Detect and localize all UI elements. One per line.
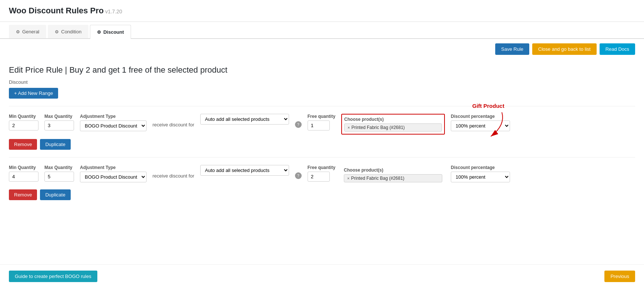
adjustment-type-label-2: Adjustment Type bbox=[80, 165, 147, 170]
tab-condition-label: Condition bbox=[61, 29, 81, 34]
toolbar: Save Rule Close and go back to list Read… bbox=[0, 39, 644, 59]
add-new-range-button[interactable]: + Add New Range bbox=[9, 88, 58, 99]
discount-pct-group-1: Discount percentage 100% percent bbox=[451, 114, 510, 131]
discount-pct-label-1: Discount percentage bbox=[451, 114, 510, 119]
choose-products-label-1: Choose product(s) bbox=[344, 117, 442, 122]
help-icon-2[interactable]: ? bbox=[295, 172, 302, 179]
duplicate-button-2[interactable]: Duplicate bbox=[40, 189, 70, 200]
range-1-row: Min Quantity Max Quantity Adjustment Typ… bbox=[9, 114, 635, 135]
discount-for-group-1: Auto add all selected products Auto add … bbox=[200, 114, 289, 125]
min-qty-label-1: Min Quantity bbox=[9, 114, 38, 119]
app-title: Woo Discount Rules Pro bbox=[9, 6, 104, 15]
tab-discount[interactable]: ⚙ Discount bbox=[90, 25, 131, 39]
free-qty-group-1: Free quantity bbox=[308, 114, 335, 130]
discount-for-select-1[interactable]: Auto add all selected products Auto add … bbox=[200, 114, 289, 125]
range-block-1: Gift Product Min Quantity Max Quantity bbox=[9, 106, 635, 150]
adjustment-type-select-1[interactable]: BOGO Product Discount bbox=[80, 120, 147, 131]
gift-product-label: Gift Product bbox=[472, 103, 517, 109]
max-qty-label-2: Max Quantity bbox=[44, 165, 74, 170]
free-qty-input-2[interactable] bbox=[308, 172, 330, 182]
discount-pct-select-2[interactable]: 100% percent bbox=[451, 172, 510, 182]
min-qty-group-1: Min Quantity bbox=[9, 114, 38, 130]
adjustment-type-label-1: Adjustment Type bbox=[80, 114, 147, 119]
product-remove-icon-1[interactable]: × bbox=[348, 125, 350, 130]
min-qty-group-2: Min Quantity bbox=[9, 165, 38, 182]
tab-general[interactable]: ⚙ General bbox=[9, 25, 46, 38]
receive-label-2: receive discount for bbox=[152, 173, 194, 179]
discount-for-select-2[interactable]: Auto add all selected products Auto add … bbox=[200, 165, 289, 176]
remove-button-1[interactable]: Remove bbox=[9, 139, 37, 150]
product-tag-1: × Printed Fabric Bag (#2681) bbox=[344, 123, 442, 132]
max-qty-input-2[interactable] bbox=[44, 172, 74, 182]
remove-button-2[interactable]: Remove bbox=[9, 189, 37, 200]
action-buttons-2: Remove Duplicate bbox=[9, 189, 635, 200]
product-remove-icon-2[interactable]: × bbox=[347, 176, 349, 181]
max-qty-input-1[interactable] bbox=[44, 120, 74, 130]
gear-icon-2: ⚙ bbox=[55, 29, 59, 34]
product-tag-2: × Printed Fabric Bag (#2681) bbox=[344, 174, 442, 182]
discount-for-group-2: Auto add all selected products Auto add … bbox=[200, 165, 289, 176]
main-content: Edit Price Rule | Buy 2 and get 1 free o… bbox=[0, 59, 644, 236]
adjustment-type-group-2: Adjustment Type BOGO Product Discount bbox=[80, 165, 147, 182]
free-qty-input-1[interactable] bbox=[308, 120, 330, 130]
tab-general-label: General bbox=[22, 29, 39, 34]
product-name-1: Printed Fabric Bag (#2681) bbox=[352, 125, 405, 130]
range-2-row: Min Quantity Max Quantity Adjustment Typ… bbox=[9, 165, 635, 185]
help-icon-1[interactable]: ? bbox=[295, 121, 302, 128]
max-qty-group-1: Max Quantity bbox=[44, 114, 74, 130]
free-qty-label-1: Free quantity bbox=[308, 114, 335, 119]
save-rule-button[interactable]: Save Rule bbox=[495, 43, 529, 55]
tabs-bar: ⚙ General ⚙ Condition ⚙ Discount bbox=[0, 25, 644, 39]
receive-label-1: receive discount for bbox=[152, 122, 194, 128]
min-qty-label-2: Min Quantity bbox=[9, 165, 38, 170]
max-qty-label-1: Max Quantity bbox=[44, 114, 74, 119]
duplicate-button-1[interactable]: Duplicate bbox=[40, 139, 70, 150]
min-qty-input-2[interactable] bbox=[9, 172, 38, 182]
tab-discount-label: Discount bbox=[103, 29, 124, 35]
section-label: Discount bbox=[9, 79, 635, 85]
product-name-2: Printed Fabric Bag (#2681) bbox=[351, 176, 405, 181]
free-qty-label-2: Free quantity bbox=[308, 165, 335, 170]
discount-pct-group-2: Discount percentage 100% percent bbox=[451, 165, 510, 182]
read-docs-button[interactable]: Read Docs bbox=[600, 43, 635, 55]
action-buttons-1: Remove Duplicate bbox=[9, 139, 635, 150]
choose-products-group-2: Choose product(s) × Printed Fabric Bag (… bbox=[341, 165, 445, 185]
choose-products-label-2: Choose product(s) bbox=[344, 168, 442, 173]
gear-icon-3: ⚙ bbox=[97, 30, 101, 35]
choose-products-group-1: Choose product(s) × Printed Fabric Bag (… bbox=[341, 114, 445, 135]
adjustment-type-group-1: Adjustment Type BOGO Product Discount bbox=[80, 114, 147, 131]
close-button[interactable]: Close and go back to list bbox=[532, 43, 597, 55]
tab-condition[interactable]: ⚙ Condition bbox=[48, 25, 88, 38]
max-qty-group-2: Max Quantity bbox=[44, 165, 74, 182]
range-block-2: Min Quantity Max Quantity Adjustment Typ… bbox=[9, 157, 635, 200]
adjustment-type-select-2[interactable]: BOGO Product Discount bbox=[80, 172, 147, 182]
min-qty-input-1[interactable] bbox=[9, 120, 38, 130]
app-version: v1.7.20 bbox=[105, 9, 122, 14]
discount-pct-label-2: Discount percentage bbox=[451, 165, 510, 170]
free-qty-group-2: Free quantity bbox=[308, 165, 335, 182]
discount-pct-select-1[interactable]: 100% percent bbox=[451, 120, 510, 131]
gear-icon: ⚙ bbox=[16, 29, 20, 34]
page-title: Edit Price Rule | Buy 2 and get 1 free o… bbox=[9, 65, 635, 75]
